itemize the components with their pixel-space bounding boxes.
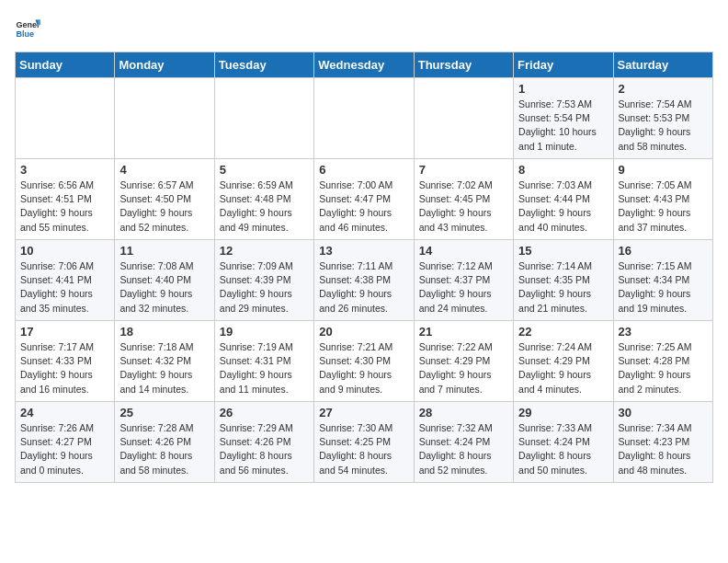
day-number: 19 [220,325,309,339]
calendar-cell: 14Sunrise: 7:12 AM Sunset: 4:37 PM Dayli… [414,240,513,321]
day-info: Sunrise: 7:25 AM Sunset: 4:28 PM Dayligh… [619,340,708,396]
day-info: Sunrise: 7:09 AM Sunset: 4:39 PM Dayligh… [220,259,309,316]
day-number: 13 [319,244,408,258]
calendar-cell: 11Sunrise: 7:08 AM Sunset: 4:40 PM Dayli… [115,240,214,321]
calendar-cell: 4Sunrise: 6:57 AM Sunset: 4:50 PM Daylig… [115,159,214,240]
day-number: 24 [20,406,109,419]
calendar-cell: 25Sunrise: 7:28 AM Sunset: 4:26 PM Dayli… [115,402,214,483]
calendar-week-row: 1Sunrise: 7:53 AM Sunset: 5:54 PM Daylig… [16,78,713,159]
day-info: Sunrise: 7:33 AM Sunset: 4:24 PM Dayligh… [518,421,608,477]
calendar-cell: 22Sunrise: 7:24 AM Sunset: 4:29 PM Dayli… [514,321,613,402]
day-number: 1 [518,82,608,96]
day-info: Sunrise: 7:08 AM Sunset: 4:40 PM Dayligh… [119,259,209,316]
day-number: 25 [119,406,209,419]
day-info: Sunrise: 7:53 AM Sunset: 5:54 PM Dayligh… [518,98,608,154]
day-info: Sunrise: 7:18 AM Sunset: 4:32 PM Dayligh… [119,340,209,396]
day-number: 20 [319,325,408,339]
day-info: Sunrise: 7:22 AM Sunset: 4:29 PM Dayligh… [419,340,508,396]
calendar-cell: 13Sunrise: 7:11 AM Sunset: 4:38 PM Dayli… [314,240,414,321]
calendar-cell: 28Sunrise: 7:32 AM Sunset: 4:24 PM Dayli… [414,402,513,483]
day-info: Sunrise: 7:29 AM Sunset: 4:26 PM Dayligh… [220,421,309,477]
day-info: Sunrise: 7:03 AM Sunset: 4:44 PM Dayligh… [518,178,608,235]
day-number: 22 [518,325,608,339]
day-number: 12 [220,244,309,258]
day-number: 17 [20,325,109,339]
calendar-week-row: 24Sunrise: 7:26 AM Sunset: 4:27 PM Dayli… [16,402,713,483]
weekday-header-monday: Monday [115,52,214,78]
day-number: 30 [619,406,708,419]
weekday-header-tuesday: Tuesday [214,52,313,78]
day-info: Sunrise: 7:00 AM Sunset: 4:47 PM Dayligh… [319,178,408,235]
day-info: Sunrise: 6:57 AM Sunset: 4:50 PM Dayligh… [119,178,209,235]
day-number: 9 [619,163,708,177]
calendar-cell: 8Sunrise: 7:03 AM Sunset: 4:44 PM Daylig… [514,159,613,240]
day-number: 8 [518,163,608,177]
day-info: Sunrise: 7:28 AM Sunset: 4:26 PM Dayligh… [119,421,209,477]
calendar-cell: 15Sunrise: 7:14 AM Sunset: 4:35 PM Dayli… [514,240,613,321]
calendar-cell [414,78,513,159]
calendar-cell: 2Sunrise: 7:54 AM Sunset: 5:53 PM Daylig… [613,78,712,159]
day-info: Sunrise: 7:17 AM Sunset: 4:33 PM Dayligh… [20,340,109,396]
day-number: 23 [619,325,708,339]
calendar-cell: 1Sunrise: 7:53 AM Sunset: 5:54 PM Daylig… [514,78,613,159]
day-info: Sunrise: 7:14 AM Sunset: 4:35 PM Dayligh… [518,259,608,316]
day-info: Sunrise: 7:34 AM Sunset: 4:23 PM Dayligh… [619,421,708,477]
calendar-cell: 30Sunrise: 7:34 AM Sunset: 4:23 PM Dayli… [613,402,712,483]
calendar-cell: 10Sunrise: 7:06 AM Sunset: 4:41 PM Dayli… [16,240,115,321]
calendar-cell: 20Sunrise: 7:21 AM Sunset: 4:30 PM Dayli… [314,321,414,402]
day-info: Sunrise: 7:21 AM Sunset: 4:30 PM Dayligh… [319,340,408,396]
day-number: 2 [619,82,708,96]
day-number: 5 [220,163,309,177]
day-info: Sunrise: 7:26 AM Sunset: 4:27 PM Dayligh… [20,421,109,477]
day-info: Sunrise: 7:11 AM Sunset: 4:38 PM Dayligh… [319,259,408,316]
day-info: Sunrise: 7:02 AM Sunset: 4:45 PM Dayligh… [419,178,508,235]
day-info: Sunrise: 7:30 AM Sunset: 4:25 PM Dayligh… [319,421,408,477]
calendar-table: SundayMondayTuesdayWednesdayThursdayFrid… [15,52,713,483]
day-info: Sunrise: 7:06 AM Sunset: 4:41 PM Dayligh… [20,259,109,316]
calendar-cell: 16Sunrise: 7:15 AM Sunset: 4:34 PM Dayli… [613,240,712,321]
day-info: Sunrise: 6:59 AM Sunset: 4:48 PM Dayligh… [220,178,309,235]
day-number: 4 [119,163,209,177]
day-info: Sunrise: 7:15 AM Sunset: 4:34 PM Dayligh… [619,259,708,316]
day-number: 18 [119,325,209,339]
day-number: 28 [419,406,508,419]
weekday-header-friday: Friday [514,52,613,78]
calendar-cell: 7Sunrise: 7:02 AM Sunset: 4:45 PM Daylig… [414,159,513,240]
day-number: 29 [518,406,608,419]
calendar-week-row: 17Sunrise: 7:17 AM Sunset: 4:33 PM Dayli… [16,321,713,402]
day-number: 14 [419,244,508,258]
calendar-cell: 6Sunrise: 7:00 AM Sunset: 4:47 PM Daylig… [314,159,414,240]
day-number: 7 [419,163,508,177]
day-number: 3 [20,163,109,177]
day-info: Sunrise: 7:54 AM Sunset: 5:53 PM Dayligh… [619,98,708,154]
calendar-cell [16,78,115,159]
calendar-cell [314,78,414,159]
calendar-cell: 18Sunrise: 7:18 AM Sunset: 4:32 PM Dayli… [115,321,214,402]
calendar-cell: 3Sunrise: 6:56 AM Sunset: 4:51 PM Daylig… [16,159,115,240]
calendar-cell: 19Sunrise: 7:19 AM Sunset: 4:31 PM Dayli… [214,321,313,402]
calendar-week-row: 3Sunrise: 6:56 AM Sunset: 4:51 PM Daylig… [16,159,713,240]
weekday-header-wednesday: Wednesday [314,52,414,78]
day-number: 6 [319,163,408,177]
calendar-cell: 29Sunrise: 7:33 AM Sunset: 4:24 PM Dayli… [514,402,613,483]
day-info: Sunrise: 6:56 AM Sunset: 4:51 PM Dayligh… [20,178,109,235]
calendar-cell: 26Sunrise: 7:29 AM Sunset: 4:26 PM Dayli… [214,402,313,483]
calendar-cell: 24Sunrise: 7:26 AM Sunset: 4:27 PM Dayli… [16,402,115,483]
day-number: 10 [20,244,109,258]
day-number: 11 [119,244,209,258]
logo-icon: General Blue [15,15,40,40]
calendar-cell [214,78,313,159]
calendar-cell: 5Sunrise: 6:59 AM Sunset: 4:48 PM Daylig… [214,159,313,240]
calendar-cell: 12Sunrise: 7:09 AM Sunset: 4:39 PM Dayli… [214,240,313,321]
weekday-header-sunday: Sunday [16,52,115,78]
calendar-cell: 17Sunrise: 7:17 AM Sunset: 4:33 PM Dayli… [16,321,115,402]
calendar-cell: 9Sunrise: 7:05 AM Sunset: 4:43 PM Daylig… [613,159,712,240]
calendar-cell: 27Sunrise: 7:30 AM Sunset: 4:25 PM Dayli… [314,402,414,483]
svg-text:Blue: Blue [16,29,34,39]
day-number: 15 [518,244,608,258]
day-number: 16 [619,244,708,258]
weekday-header-row: SundayMondayTuesdayWednesdayThursdayFrid… [16,52,713,78]
day-number: 21 [419,325,508,339]
calendar-week-row: 10Sunrise: 7:06 AM Sunset: 4:41 PM Dayli… [16,240,713,321]
calendar-cell: 23Sunrise: 7:25 AM Sunset: 4:28 PM Dayli… [613,321,712,402]
